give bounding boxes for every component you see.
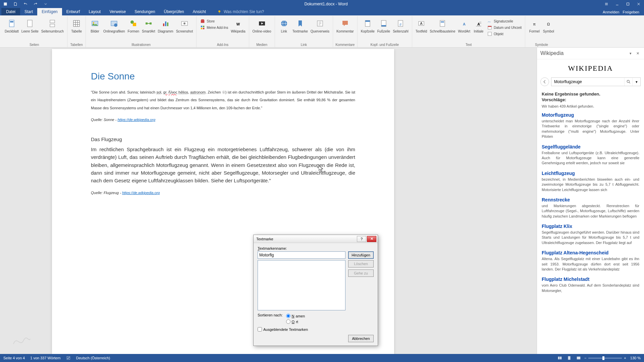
group-illustrations: Bilder Onlinegrafiken Formen SmartArt Di… [86, 16, 197, 47]
shapes-button[interactable]: Formen [126, 17, 141, 34]
wiki-result-item[interactable]: SegelfluggeländeFreiballone und Luftspor… [542, 144, 639, 166]
textbox-button[interactable]: ATextfeld [414, 17, 428, 34]
tab-insert[interactable]: Einfügen [37, 8, 62, 15]
view-web-icon[interactable] [575, 355, 582, 361]
tab-references[interactable]: Verweise [105, 8, 130, 15]
dialog-help-icon[interactable]: ? [357, 236, 366, 242]
wiki-result-item[interactable]: Flugplatz KlixSegelflugzeugen durchgefüh… [542, 224, 639, 245]
ribbon-options-icon[interactable] [601, 0, 612, 8]
wiki-result-title[interactable]: Flugplatz Altena-Hegenscheid [542, 250, 639, 255]
tab-review[interactable]: Überprüfen [160, 8, 189, 15]
pane-close-icon[interactable]: ✕ [635, 51, 641, 56]
wikipedia-button[interactable]: WWikipedia [229, 17, 247, 34]
wiki-result-item[interactable]: Rennstreckeund Markierungen abgesteckt. … [542, 197, 639, 219]
screenshot-button[interactable]: Screenshot [175, 17, 195, 34]
page-break-button[interactable]: Seitenumbruch [40, 17, 65, 34]
table-button[interactable]: Tabelle [69, 17, 84, 34]
footer-button[interactable]: Fußzeile [376, 17, 391, 34]
link-sonne[interactable]: https://de.wikipedia.org [118, 118, 156, 122]
pane-menu-icon[interactable]: ▾ [628, 51, 633, 56]
redo-icon[interactable] [32, 0, 40, 8]
svg-rect-24 [150, 22, 152, 24]
save-icon[interactable] [11, 0, 19, 8]
wiki-result-item[interactable]: Leichtflugzeugbezeichnet, in Medienberic… [542, 171, 639, 192]
link-button[interactable]: Link [277, 17, 291, 34]
wiki-result-title[interactable]: Flugplatz Michelstadt [542, 277, 639, 282]
sort-by-location[interactable]: Ort [286, 319, 305, 324]
wiki-back-button[interactable] [540, 77, 549, 86]
tab-mailings[interactable]: Sendungen [130, 8, 159, 15]
zoom-value[interactable]: 130 % [630, 356, 641, 360]
symbol-button[interactable]: ΩSymbol [541, 17, 555, 34]
header-button[interactable]: Kopfzeile [360, 17, 376, 34]
cover-page-button[interactable]: Deckblatt [3, 17, 20, 34]
quickparts-button[interactable]: Schnellbausteine [428, 17, 457, 34]
object-button[interactable]: Objekt [486, 31, 523, 37]
minimize-icon[interactable] [612, 0, 623, 8]
cancel-button[interactable]: Abbrechen [348, 335, 374, 342]
wiki-result-title[interactable]: Flugplatz Klix [542, 224, 639, 229]
wiki-result-item[interactable]: Flugplatz Michelstadtvom Aero Club Odenw… [542, 277, 639, 293]
bookmark-list[interactable] [258, 260, 345, 310]
crossref-button[interactable]: Querverweis [309, 17, 331, 34]
dropcap-button[interactable]: AInitiale [472, 17, 486, 34]
status-words[interactable]: 1 von 337 Wörtern [30, 356, 61, 360]
tab-layout[interactable]: Layout [84, 8, 105, 15]
wiki-result-title[interactable]: Rennstrecke [542, 197, 639, 202]
chart-button[interactable]: Diagramm [157, 17, 175, 34]
maximize-icon[interactable] [623, 0, 633, 8]
zoom-in-icon[interactable]: + [624, 356, 626, 360]
wiki-result-title[interactable]: Motorflugzeug [542, 112, 639, 118]
signature-line-button[interactable]: Signaturzeile [486, 18, 523, 24]
tab-file[interactable]: Datei [1, 8, 20, 15]
pagenumber-button[interactable]: #Seitenzahl [391, 17, 410, 34]
wiki-search-input[interactable] [551, 78, 624, 86]
blank-page-button[interactable]: Leere Seite [20, 17, 40, 34]
add-button[interactable]: Hinzufügen [348, 251, 374, 259]
dialog-close-icon[interactable]: ✕ [367, 236, 376, 242]
online-pictures-button[interactable]: Onlinegrafiken [102, 17, 126, 34]
equation-button[interactable]: πFormel [527, 17, 541, 34]
wiki-result-item[interactable]: Motorflugzeugunterscheidet man Motorflug… [542, 112, 639, 139]
wiki-result-item[interactable]: Flugplatz Altena-HegenscheidAltena. Als … [542, 250, 639, 272]
undo-icon[interactable] [21, 0, 30, 8]
tab-view[interactable]: Ansicht [189, 8, 210, 15]
datetime-button[interactable]: Datum und Uhrzeit [486, 24, 523, 31]
tellme-search[interactable]: Was möchten Sie tun? [217, 9, 264, 15]
share-button[interactable]: Freigeben [623, 10, 639, 14]
tab-design[interactable]: Entwurf [62, 8, 85, 15]
wiki-result-title[interactable]: Segelfluggelände [542, 144, 639, 149]
comment-button[interactable]: Kommentar [335, 17, 355, 34]
status-proofing-icon[interactable] [66, 356, 71, 360]
online-video-button[interactable]: Online-video [251, 17, 273, 34]
source-flugzeug: Quelle: Flugzeug - https://de.wikipedia.… [91, 188, 355, 196]
tab-start[interactable]: Start [20, 8, 37, 15]
status-page[interactable]: Seite 4 von 4 [3, 356, 25, 360]
wiki-search-button[interactable] [624, 78, 632, 86]
close-icon[interactable] [633, 0, 644, 8]
sort-by-name[interactable]: Namen [286, 314, 305, 318]
link-flugzeug[interactable]: https://de.wikipedia.org [122, 191, 160, 195]
word-icon [1, 0, 9, 8]
store-button[interactable]: Store [199, 18, 229, 24]
bookmark-name-input[interactable] [258, 251, 345, 259]
wiki-result-snippet: Segelflugzeugen durchgeführt werden. Dar… [542, 230, 639, 245]
bookmark-button[interactable]: Textmarke [291, 17, 309, 34]
zoom-slider[interactable] [588, 358, 622, 359]
qat-more-icon[interactable] [42, 0, 50, 8]
signin-link[interactable]: Anmelden [603, 10, 620, 14]
wordart-button[interactable]: AWordArt [457, 17, 472, 34]
document-area[interactable]: Die Sonne "Die Sonne (von ahd. Sunna; la… [0, 48, 446, 354]
view-read-icon[interactable] [556, 355, 564, 361]
hidden-bookmarks-check[interactable]: Ausgeblendete Textmarken [258, 327, 374, 331]
my-addins-button[interactable]: Meine Add-Ins [199, 24, 229, 31]
wiki-results[interactable]: Keine Ergebnisse gefunden. Vorschläge: W… [537, 89, 644, 354]
pictures-button[interactable]: Bilder [88, 17, 102, 34]
view-print-icon[interactable] [566, 355, 573, 361]
smartart-button[interactable]: SmartArt [141, 17, 156, 34]
wiki-search-more[interactable]: ▾ [632, 78, 640, 86]
wiki-result-title[interactable]: Leichtflugzeug [542, 171, 639, 176]
svg-rect-12 [73, 20, 79, 26]
zoom-out-icon[interactable]: − [584, 356, 586, 360]
status-language[interactable]: Deutsch (Österreich) [76, 356, 110, 360]
